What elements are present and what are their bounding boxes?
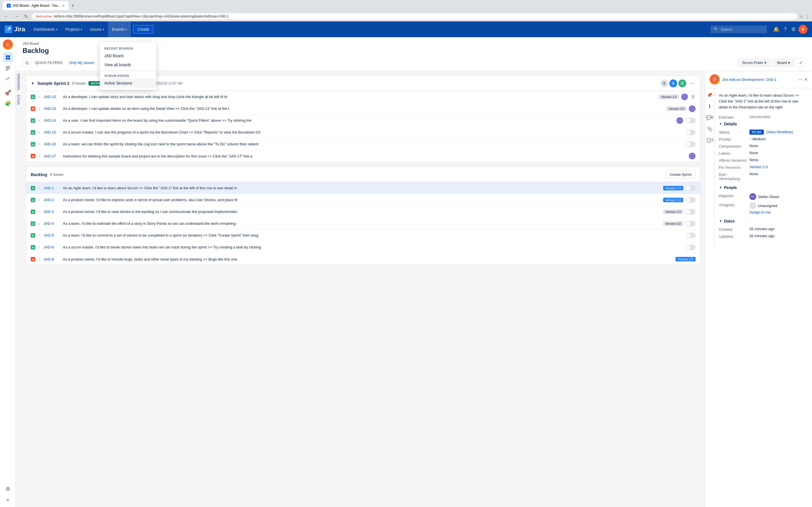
active-sessions-item[interactable]: Active Sessions [100, 78, 156, 88]
panel-pin-icon[interactable]: 📌 [705, 91, 714, 100]
jira-logo-text: Jira [14, 25, 25, 33]
project-avatar[interactable]: 🎯 [3, 40, 13, 50]
create-btn[interactable]: Create [133, 25, 153, 34]
table-row[interactable]: ■ ↑ JAD-17 Instructions for deleting thi… [26, 150, 700, 162]
view-all-boards-item[interactable]: View all boards [100, 60, 156, 69]
created-value: 35 minutes ago [749, 227, 774, 231]
issue-toggle[interactable] [686, 244, 696, 250]
issue-key[interactable]: JAD-14 [44, 118, 61, 122]
panel-attachment-icon[interactable]: 📎 [705, 124, 714, 133]
back-btn[interactable]: ← [2, 13, 10, 19]
issue-key[interactable]: JAD-13 [44, 107, 61, 111]
nav-dashboards[interactable]: Dashboards ▾ [30, 21, 61, 37]
status-badge[interactable]: TO DO [749, 129, 764, 135]
panel-close-btn[interactable]: × [804, 76, 808, 82]
search-box[interactable]: 🔍 Search [711, 25, 767, 33]
nav-projects[interactable]: Projects ▾ [61, 21, 86, 37]
new-tab-btn[interactable]: + [70, 3, 76, 9]
view-workflow-link[interactable]: (View Workflow) [767, 130, 793, 134]
table-row[interactable]: ▲ ↑ JAD-6 As a scrum master, I'd like to… [26, 241, 700, 253]
filter-search-btn[interactable] [22, 58, 32, 67]
issue-toggle[interactable] [686, 221, 696, 226]
sidebar-icon-board[interactable] [3, 52, 13, 62]
issue-toggle[interactable] [686, 129, 696, 135]
issue-key[interactable]: JAD-17 [44, 154, 61, 158]
issue-key[interactable]: JAD-8 [44, 257, 61, 262]
panel-project-link[interactable]: Jira Add-on Development [722, 77, 763, 82]
sidebar-settings-btn[interactable]: ⚙ [3, 484, 13, 494]
table-row[interactable]: ▲ ↑ JAD-16 As a team, we can finish the … [26, 138, 700, 150]
versions-label[interactable]: VERSIONS [16, 71, 21, 93]
issue-toggle[interactable] [686, 209, 696, 215]
table-row[interactable]: ■ ↑ JAD-13 As a developer, I can update … [26, 103, 700, 115]
notifications-btn[interactable]: 🔔 [771, 24, 781, 34]
panel-comment-icon[interactable]: 💬 0 [705, 113, 714, 122]
table-row[interactable]: ■ ↑ JAD-8 As a product owner, I'd like t… [26, 253, 700, 265]
issue-key[interactable]: JAD-16 [44, 142, 61, 146]
sidebar-collapse-btn[interactable]: « [3, 495, 13, 505]
forward-btn[interactable]: → [12, 13, 20, 19]
issue-toggle[interactable] [686, 233, 696, 238]
help-btn[interactable]: ? [782, 25, 788, 34]
table-row[interactable]: ▲ ↑ JAD-4 As a team, I'd like to estimat… [26, 218, 700, 230]
settings-btn[interactable]: ⋮ [805, 14, 810, 19]
board-actions: Scrum Poker ▾ Board ▾ ⤢ [738, 58, 805, 67]
priority-icon: ↑ [38, 222, 42, 226]
panel-menu-btn[interactable]: ··· [798, 76, 802, 82]
fix-version-value[interactable]: Version 2.0 [749, 165, 768, 169]
details-section-header[interactable]: ▼ Details [719, 122, 808, 126]
panel-activity-icon[interactable]: 📋 0 [705, 135, 714, 145]
panel-info-icon[interactable]: ℹ [705, 102, 714, 111]
issue-key[interactable]: JAD-15 [44, 130, 61, 134]
breadcrumb-link[interactable]: JAD Board [22, 42, 39, 46]
user-avatar[interactable]: S [799, 25, 808, 34]
epics-label[interactable]: EPICS [16, 93, 21, 107]
sidebar-icon-backlog[interactable] [3, 63, 13, 73]
refresh-btn[interactable]: ↻ [22, 13, 30, 20]
scrum-poker-btn[interactable]: Scrum Poker ▾ [738, 59, 770, 67]
table-row[interactable]: ▲ ↑ JAD-2 As a product owner, I'd like t… [26, 194, 700, 206]
issue-toggle[interactable] [686, 185, 696, 191]
sidebar-icon-components[interactable]: 🧩 [3, 98, 13, 108]
table-row[interactable]: ▲ ↑ JAD-10 As a developer, I can update … [26, 91, 700, 103]
issue-key[interactable]: JAD-10 [44, 95, 61, 99]
table-row[interactable]: ▲ ↑ JAD-5 As a team, I'd like to commit … [26, 230, 700, 241]
issue-key[interactable]: JAD-2 [44, 198, 61, 202]
tab-close-btn[interactable]: × [62, 3, 64, 8]
only-my-issues-btn[interactable]: Only My Issues [67, 59, 96, 66]
jad-board-item[interactable]: JAD Board [100, 51, 156, 60]
sprint-menu-btn[interactable]: ··· [689, 79, 696, 87]
components-field: Component/s: None [719, 144, 808, 149]
assign-to-me-link[interactable]: Assign to me [749, 210, 777, 214]
panel-issue-link[interactable]: JAD-1 [766, 77, 776, 82]
issue-toggle[interactable] [686, 142, 696, 147]
issue-key[interactable]: JAD-6 [44, 245, 61, 249]
table-row[interactable]: ▲ ↑ JAD-14 As a user, I can find importa… [26, 115, 700, 126]
bookmark-btn[interactable]: ☆ [800, 14, 804, 19]
people-section-header[interactable]: ▼ People [719, 185, 808, 190]
board-body: VERSIONS EPICS ▼ Sample Sprint 2 6 issue… [16, 71, 812, 507]
nav-issues[interactable]: Issues ▾ [86, 21, 108, 37]
settings-nav-btn[interactable]: ⚙ [790, 24, 797, 34]
table-row[interactable]: ▲ ↑ JAD-1 As an Agile team, I'd like to … [26, 182, 700, 194]
sidebar-icon-reports[interactable] [3, 74, 13, 84]
expand-btn[interactable]: ⤢ [797, 58, 805, 67]
active-tab[interactable]: J JAD Board - Agile Board - You... × [3, 1, 68, 10]
sidebar-icon-releases[interactable]: 🚀 [3, 88, 13, 98]
issue-key[interactable]: JAD-4 [44, 221, 61, 226]
table-row[interactable]: ▲ ↑ JAD-3 As a product owner, I'd like t… [26, 206, 700, 218]
address-bar[interactable]: Nicht sicher stefans-mbp:2990/jira/secur… [32, 13, 797, 19]
create-sprint-btn[interactable]: Create Sprint [665, 170, 696, 179]
board-view-btn[interactable]: Board ▾ [773, 59, 794, 67]
issue-key[interactable]: JAD-1 [44, 186, 61, 190]
sprint-name: Sample Sprint 2 [38, 81, 69, 86]
table-row[interactable]: ▲ ↑ JAD-15 As a scrum master, I can see … [26, 126, 700, 138]
issue-key[interactable]: JAD-3 [44, 210, 61, 214]
dates-section-header[interactable]: ▼ Dates [719, 219, 808, 223]
issue-key[interactable]: JAD-5 [44, 233, 61, 237]
nav-boards[interactable]: Boards ▾ [108, 21, 131, 37]
issue-toggle[interactable] [686, 197, 696, 203]
sprint-toggle[interactable]: ▼ [31, 81, 35, 86]
priority-icon: ↑ [38, 95, 42, 99]
issue-toggle[interactable] [686, 118, 696, 123]
